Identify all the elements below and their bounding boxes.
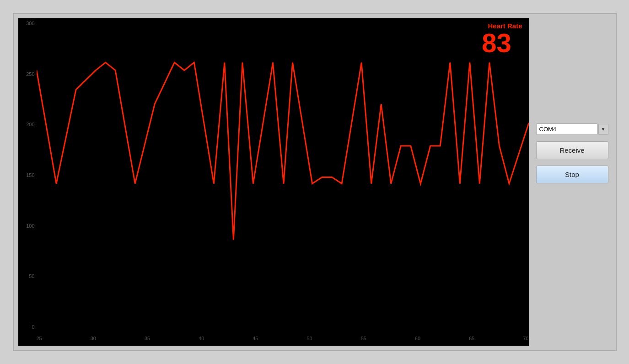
ecg-line	[37, 63, 529, 240]
y-label-250: 250	[19, 71, 35, 77]
x-label-35: 35	[145, 336, 150, 341]
x-label-40: 40	[199, 336, 204, 341]
y-axis-labels: 300 250 200 150 100 50 0	[18, 18, 37, 332]
ecg-chart-svg	[37, 21, 529, 334]
x-label-65: 65	[469, 336, 474, 341]
y-label-200: 200	[19, 122, 35, 127]
stop-button[interactable]: Stop	[536, 166, 608, 183]
com-select-wrapper: COM4 COM1 COM2 COM3 COM5 ▼	[536, 123, 608, 135]
x-label-45: 45	[253, 336, 258, 341]
x-label-70: 70	[523, 336, 528, 341]
sidebar: COM4 COM1 COM2 COM3 COM5 ▼ Receive Stop	[533, 18, 611, 346]
heart-rate-overlay: Heart Rate 83	[465, 18, 529, 62]
y-label-0: 0	[19, 324, 35, 330]
x-label-60: 60	[415, 336, 420, 341]
chart-svg-container	[37, 21, 529, 334]
x-label-30: 30	[91, 336, 96, 341]
x-label-55: 55	[361, 336, 366, 341]
y-label-100: 100	[19, 223, 35, 229]
heart-rate-value: 83	[471, 30, 522, 56]
y-label-50: 50	[19, 273, 35, 279]
com-dropdown-arrow-icon[interactable]: ▼	[598, 124, 608, 135]
y-label-150: 150	[19, 172, 35, 178]
com-port-select[interactable]: COM4 COM1 COM2 COM3 COM5	[536, 123, 597, 135]
x-label-50: 50	[306, 336, 312, 341]
y-label-300: 300	[19, 21, 35, 26]
receive-button[interactable]: Receive	[536, 141, 608, 159]
chart-area: 300 250 200 150 100 50 0 25 30 35 40 45 …	[18, 18, 529, 346]
x-axis-labels: 25 30 35 40 45 50 55 60 65 70	[37, 334, 529, 346]
x-label-25: 25	[37, 336, 42, 341]
app-container: 300 250 200 150 100 50 0 25 30 35 40 45 …	[13, 13, 617, 351]
